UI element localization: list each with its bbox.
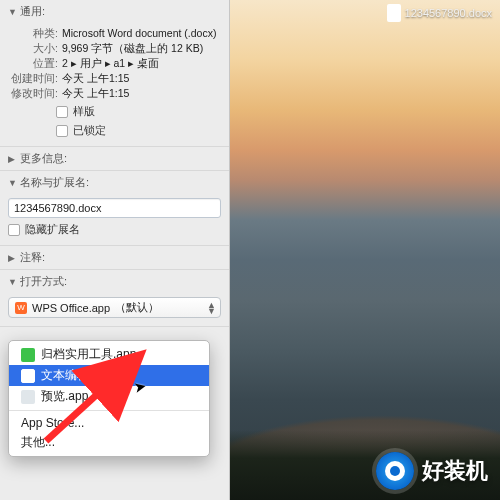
section-comments-header[interactable]: ▶ 注释: [0,246,229,269]
checkbox-icon[interactable] [8,224,20,236]
comments-title: 注释: [20,250,45,265]
modified-value: 今天 上午1:15 [62,86,223,100]
open-with-title: 打开方式: [20,274,67,289]
checkbox-icon[interactable] [56,106,68,118]
section-open-with: ▼ 打开方式: WPS Office.app （默认） ▲▼ [0,270,229,327]
menu-item-label: 预览.app [41,388,88,405]
stationery-label: 样版 [73,104,95,119]
section-general: ▼ 通用: 种类:Microsoft Word document (.docx)… [0,0,229,147]
wps-icon [15,302,27,314]
section-more-info: ▶ 更多信息: [0,147,229,171]
size-label: 大小: [6,41,62,55]
open-with-selected: WPS Office.app [32,302,110,314]
disclosure-down-icon: ▼ [8,178,17,188]
stationery-row[interactable]: 样版 [56,104,223,119]
modified-label: 修改时间: [6,86,62,100]
kind-label: 种类: [6,26,62,40]
locked-row[interactable]: 已锁定 [56,123,223,138]
section-name-ext: ▼ 名称与扩展名: 隐藏扩展名 [0,171,229,246]
locked-label: 已锁定 [73,123,106,138]
menu-item-preview[interactable]: 预览.app [9,386,209,407]
section-open-with-header[interactable]: ▼ 打开方式: [0,270,229,293]
menu-item-label: 其他... [21,434,55,451]
section-general-title: 通用: [20,4,45,19]
menu-separator [9,410,209,411]
menu-item-archive-utility[interactable]: 归档实用工具.app [9,344,209,365]
open-with-menu: 归档实用工具.app 文本编辑.app 预览.app App Store... … [8,340,210,457]
open-with-combo[interactable]: WPS Office.app （默认） ▲▼ [8,297,221,318]
size-value: 9,969 字节（磁盘上的 12 KB) [62,41,223,55]
where-label: 位置: [6,56,62,70]
menu-item-app-store[interactable]: App Store... [9,414,209,432]
disclosure-right-icon: ▶ [8,154,17,164]
desktop-file-label: 1234567890.docx [405,7,492,19]
section-more-info-header[interactable]: ▶ 更多信息: [0,147,229,170]
menu-item-textedit[interactable]: 文本编辑.app [9,365,209,386]
more-info-title: 更多信息: [20,151,67,166]
archive-icon [21,348,35,362]
section-general-body: 种类:Microsoft Word document (.docx) 大小:9,… [0,23,229,146]
menu-item-label: 归档实用工具.app [41,346,136,363]
disclosure-right-icon: ▶ [8,253,17,263]
kind-value: Microsoft Word document (.docx) [62,26,223,40]
watermark-badge-icon [376,452,414,490]
section-comments: ▶ 注释: [0,246,229,270]
menu-item-label: 文本编辑.app [41,367,112,384]
name-ext-title: 名称与扩展名: [20,175,89,190]
section-general-header[interactable]: ▼ 通用: [0,0,229,23]
created-value: 今天 上午1:15 [62,71,223,85]
updown-icon: ▲▼ [207,302,216,314]
where-value: 2 ▸ 用户 ▸ a1 ▸ 桌面 [62,56,223,70]
desktop-file[interactable]: 1234567890.docx [387,4,492,22]
document-icon [387,4,401,22]
preview-icon [21,390,35,404]
menu-item-label: App Store... [21,416,84,430]
checkbox-icon[interactable] [56,125,68,137]
default-suffix: （默认） [115,300,159,315]
menu-item-other[interactable]: 其他... [9,432,209,453]
textedit-icon [21,369,35,383]
section-name-ext-header[interactable]: ▼ 名称与扩展名: [0,171,229,194]
created-label: 创建时间: [6,71,62,85]
disclosure-down-icon: ▼ [8,277,17,287]
watermark: 好装机 [376,452,488,490]
watermark-text: 好装机 [422,456,488,486]
filename-input[interactable] [8,198,221,218]
hide-ext-label: 隐藏扩展名 [25,222,80,237]
disclosure-down-icon: ▼ [8,7,17,17]
